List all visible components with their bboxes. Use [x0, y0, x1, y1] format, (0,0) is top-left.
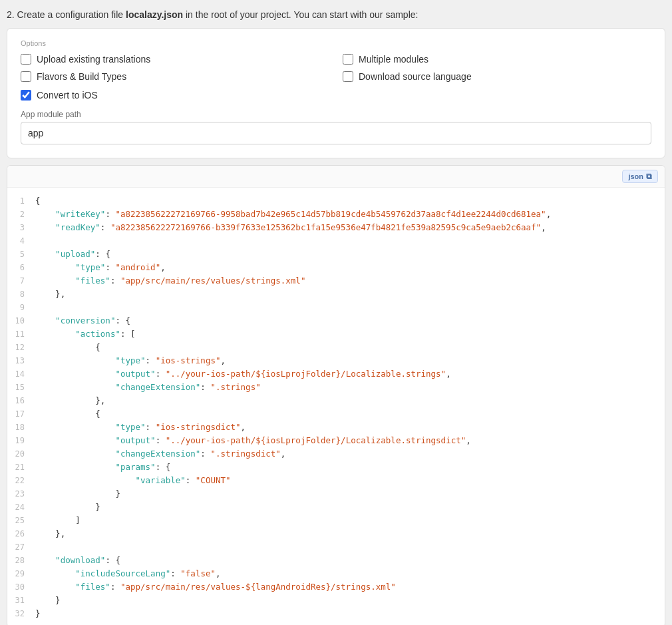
line-number: 22	[7, 474, 35, 487]
code-line: 14 "output": "../your-ios-path/${iosLpro…	[7, 367, 665, 381]
line-number: 30	[7, 580, 35, 594]
code-line: 10 "conversion": {	[7, 314, 665, 327]
line-number: 19	[7, 434, 35, 447]
code-line: 25 ]	[7, 514, 665, 527]
code-line: 16 },	[7, 394, 665, 407]
line-content: {	[35, 407, 100, 421]
code-line: 32}	[7, 607, 665, 620]
code-block: 1{2 "writeKey": "a822385622272169766-995…	[7, 188, 665, 625]
line-content: "files": "app/src/main/res/values/string…	[35, 274, 305, 288]
convert-ios-label: Convert to iOS	[37, 90, 98, 101]
line-content: "type": "ios-strings",	[35, 354, 226, 367]
checkbox-flavors-build[interactable]: Flavors & Build Types	[21, 71, 329, 82]
line-number: 8	[7, 288, 35, 301]
code-line: 24 }	[7, 501, 665, 514]
page-header: 2. Create a configuration file localazy.…	[7, 7, 665, 23]
code-line: 26 },	[7, 527, 665, 540]
code-line: 18 "type": "ios-stringsdict",	[7, 421, 665, 434]
code-line: 29 "includeSourceLang": "false",	[7, 567, 665, 580]
line-content: "upload": {	[35, 248, 110, 261]
download-source-checkbox[interactable]	[343, 71, 353, 82]
line-number: 9	[7, 301, 35, 314]
line-number: 11	[7, 327, 35, 341]
code-line: 7 "files": "app/src/main/res/values/stri…	[7, 274, 665, 288]
line-content: "readKey": "a822385622272169766-b339f763…	[35, 221, 546, 234]
code-line: 20 "changeExtension": ".stringsdict",	[7, 447, 665, 461]
line-number: 3	[7, 221, 35, 234]
code-line: 22 "variable": "COUNT"	[7, 474, 665, 487]
multiple-modules-checkbox[interactable]	[343, 54, 353, 65]
line-number: 15	[7, 381, 35, 394]
line-number: 32	[7, 607, 35, 620]
checkbox-download-source[interactable]: Download source language	[343, 71, 651, 82]
code-line: 4	[7, 234, 665, 248]
line-number: 2	[7, 208, 35, 221]
line-content: "writeKey": "a822385622272169766-9958bad…	[35, 208, 551, 221]
code-line: 27	[7, 540, 665, 554]
line-number: 4	[7, 234, 35, 248]
flavors-build-label: Flavors & Build Types	[37, 71, 126, 82]
line-content: }	[35, 607, 41, 620]
copy-icon[interactable]: ⧉	[646, 172, 652, 181]
convert-ios-row[interactable]: Convert to iOS	[21, 90, 651, 101]
line-number: 12	[7, 341, 35, 354]
code-line: 19 "output": "../your-ios-path/${iosLpro…	[7, 434, 665, 447]
line-content: "files": "app/src/main/res/values-${lang…	[35, 580, 396, 594]
line-number: 18	[7, 421, 35, 434]
options-label: Options	[21, 39, 651, 47]
line-content: "conversion": {	[35, 314, 130, 327]
line-content: {	[35, 194, 41, 208]
line-number: 6	[7, 261, 35, 274]
line-content: }	[35, 501, 100, 514]
line-content: "output": "../your-ios-path/${iosLprojFo…	[35, 434, 471, 447]
line-content: "actions": [	[35, 327, 136, 341]
line-number: 25	[7, 514, 35, 527]
convert-ios-checkbox[interactable]	[21, 90, 31, 101]
line-content: "type": "ios-stringsdict",	[35, 421, 246, 434]
line-number: 21	[7, 461, 35, 474]
line-number: 29	[7, 567, 35, 580]
line-content: "download": {	[35, 554, 120, 567]
code-line: 28 "download": {	[7, 554, 665, 567]
line-content: "output": "../your-ios-path/${iosLprojFo…	[35, 367, 451, 381]
app-module-path-input[interactable]	[21, 122, 651, 144]
code-toolbar: json ⧉	[7, 166, 665, 188]
code-line: 5 "upload": {	[7, 248, 665, 261]
checkbox-multiple-modules[interactable]: Multiple modules	[343, 54, 651, 65]
json-badge[interactable]: json ⧉	[622, 170, 658, 183]
upload-existing-checkbox[interactable]	[21, 54, 31, 65]
line-content: "includeSourceLang": "false",	[35, 567, 221, 580]
line-number: 28	[7, 554, 35, 567]
line-number: 5	[7, 248, 35, 261]
line-content: },	[35, 288, 65, 301]
line-number: 26	[7, 527, 35, 540]
line-number: 27	[7, 540, 35, 554]
code-line: 11 "actions": [	[7, 327, 665, 341]
code-line: 17 {	[7, 407, 665, 421]
code-line: 6 "type": "android",	[7, 261, 665, 274]
line-content: "type": "android",	[35, 261, 166, 274]
line-number: 20	[7, 447, 35, 461]
code-line: 15 "changeExtension": ".strings"	[7, 381, 665, 394]
line-content: },	[35, 394, 105, 407]
line-number: 23	[7, 487, 35, 501]
upload-existing-label: Upload existing translations	[37, 54, 150, 65]
json-badge-label: json	[628, 172, 643, 180]
code-line: 3 "readKey": "a822385622272169766-b339f7…	[7, 221, 665, 234]
line-number: 24	[7, 501, 35, 514]
multiple-modules-label: Multiple modules	[359, 54, 428, 65]
line-content: "changeExtension": ".stringsdict",	[35, 447, 285, 461]
line-content: ]	[35, 514, 81, 527]
app-module-path-label: App module path	[21, 110, 651, 119]
line-content: }	[35, 594, 61, 607]
line-content: },	[35, 527, 65, 540]
line-number: 31	[7, 594, 35, 607]
download-source-label: Download source language	[359, 71, 472, 82]
checkbox-upload-existing[interactable]: Upload existing translations	[21, 54, 329, 65]
code-line: 8 },	[7, 288, 665, 301]
code-line: 2 "writeKey": "a822385622272169766-9958b…	[7, 208, 665, 221]
code-line: 1{	[7, 194, 665, 208]
line-content: }	[35, 487, 120, 501]
flavors-build-checkbox[interactable]	[21, 71, 31, 82]
line-number: 14	[7, 367, 35, 381]
